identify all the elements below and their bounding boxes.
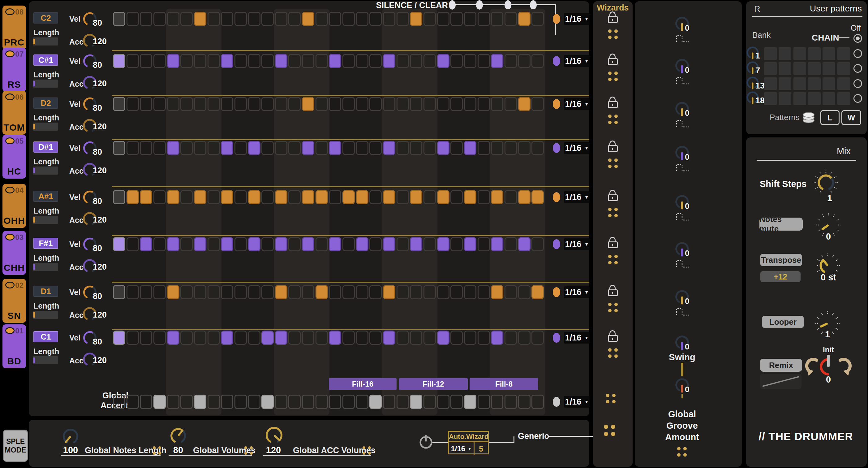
accent-wizard-dots[interactable] <box>606 394 616 403</box>
track-pad-bd[interactable]: 01BD <box>2 324 26 368</box>
step-cell[interactable] <box>248 285 260 299</box>
transpose-button[interactable]: Transpose <box>760 254 802 266</box>
step-cell[interactable] <box>451 54 463 68</box>
step-cell[interactable] <box>424 54 436 68</box>
step-cell[interactable] <box>153 141 166 155</box>
step-cell[interactable] <box>437 237 450 251</box>
silence-slider-handle[interactable] <box>530 0 537 9</box>
step-cell[interactable] <box>315 97 328 111</box>
step-cell[interactable] <box>113 141 125 155</box>
step-cell[interactable] <box>410 285 422 299</box>
step-cell[interactable] <box>491 285 503 299</box>
note-selector[interactable]: A#1 <box>33 191 58 202</box>
note-selector[interactable]: C1 <box>33 331 58 342</box>
step-cell[interactable] <box>235 12 247 26</box>
row-rate-dropdown[interactable]: 1/16▼ <box>564 98 590 110</box>
chain-row-radio[interactable] <box>854 64 862 73</box>
step-cell[interactable] <box>208 54 220 68</box>
accent-step-cell[interactable] <box>208 394 220 409</box>
row-ramp-icon[interactable] <box>676 119 690 129</box>
step-cell[interactable] <box>235 237 247 251</box>
step-cell[interactable] <box>383 97 395 111</box>
step-cell[interactable] <box>491 97 503 111</box>
step-cell[interactable] <box>208 97 220 111</box>
global-volumes-knob[interactable] <box>169 427 187 445</box>
accent-step-cell[interactable] <box>126 394 139 409</box>
step-cell[interactable] <box>383 54 395 68</box>
step-cell[interactable] <box>302 97 314 111</box>
step-cell[interactable] <box>221 141 233 155</box>
accent-step-cell[interactable] <box>275 394 287 409</box>
step-cell[interactable] <box>329 285 341 299</box>
step-cell[interactable] <box>356 285 368 299</box>
transpose-offset[interactable]: +12 <box>761 271 801 282</box>
step-cell[interactable] <box>113 330 125 345</box>
accent-step-cell[interactable] <box>315 394 328 409</box>
silence-slider-handle[interactable] <box>476 0 483 9</box>
step-cell[interactable] <box>477 285 490 299</box>
step-cell[interactable] <box>518 190 530 204</box>
step-cell[interactable] <box>315 12 328 26</box>
step-cell[interactable] <box>221 97 233 111</box>
step-cell[interactable] <box>140 285 152 299</box>
track-pad-sn[interactable]: 02SN <box>2 279 26 323</box>
step-cell[interactable] <box>167 12 179 26</box>
remix-curve-display[interactable] <box>760 374 802 389</box>
step-cell[interactable] <box>397 141 409 155</box>
step-cell[interactable] <box>477 54 490 68</box>
step-cell[interactable] <box>518 97 530 111</box>
accent-step-cell[interactable] <box>261 394 274 409</box>
step-cell[interactable] <box>140 330 152 345</box>
step-cell[interactable] <box>504 141 517 155</box>
row-wizard-dots[interactable] <box>608 115 618 124</box>
pattern-slot[interactable] <box>779 62 791 75</box>
note-selector[interactable]: F#1 <box>33 238 58 249</box>
fill-button-fill-8[interactable]: Fill-8 <box>470 378 538 390</box>
step-cell[interactable] <box>208 285 220 299</box>
length-slider[interactable] <box>33 311 58 319</box>
pattern-slot[interactable] <box>823 92 835 105</box>
step-cell[interactable] <box>248 237 260 251</box>
step-cell[interactable] <box>397 12 409 26</box>
step-cell[interactable] <box>437 12 450 26</box>
track-pad-tom[interactable]: 06TOM <box>2 91 26 135</box>
step-cell[interactable] <box>464 330 476 345</box>
step-cell[interactable] <box>208 12 220 26</box>
swing-slider[interactable] <box>681 363 683 376</box>
row-lock-icon[interactable] <box>607 190 618 202</box>
step-cell[interactable] <box>410 330 422 345</box>
step-cell[interactable] <box>356 54 368 68</box>
step-cell[interactable] <box>288 54 301 68</box>
step-cell[interactable] <box>451 190 463 204</box>
row-rate-dropdown[interactable]: 1/16▼ <box>564 286 590 298</box>
step-cell[interactable] <box>248 330 260 345</box>
global-notes-length-dots[interactable] <box>153 446 161 455</box>
step-cell[interactable] <box>531 54 544 68</box>
step-cell[interactable] <box>194 141 206 155</box>
step-cell[interactable] <box>504 97 517 111</box>
step-cell[interactable] <box>342 190 355 204</box>
step-cell[interactable] <box>208 190 220 204</box>
step-cell[interactable] <box>221 237 233 251</box>
groove-randomize-dots[interactable] <box>677 447 687 457</box>
step-cell[interactable] <box>315 285 328 299</box>
step-cell[interactable] <box>167 141 179 155</box>
step-cell[interactable] <box>302 237 314 251</box>
step-cell[interactable] <box>248 54 260 68</box>
length-slider[interactable] <box>33 123 58 130</box>
step-cell[interactable] <box>424 330 436 345</box>
step-cell[interactable] <box>275 330 287 345</box>
step-cell[interactable] <box>194 12 206 26</box>
accent-step-cell[interactable] <box>518 394 530 409</box>
step-cell[interactable] <box>235 190 247 204</box>
step-cell[interactable] <box>437 54 450 68</box>
step-cell[interactable] <box>126 141 139 155</box>
step-cell[interactable] <box>315 141 328 155</box>
pattern-slot[interactable] <box>837 77 850 90</box>
step-cell[interactable] <box>288 97 301 111</box>
step-cell[interactable] <box>356 237 368 251</box>
step-cell[interactable] <box>342 54 355 68</box>
chain-row-radio[interactable] <box>854 79 862 88</box>
step-cell[interactable] <box>180 97 193 111</box>
step-cell[interactable] <box>261 141 274 155</box>
